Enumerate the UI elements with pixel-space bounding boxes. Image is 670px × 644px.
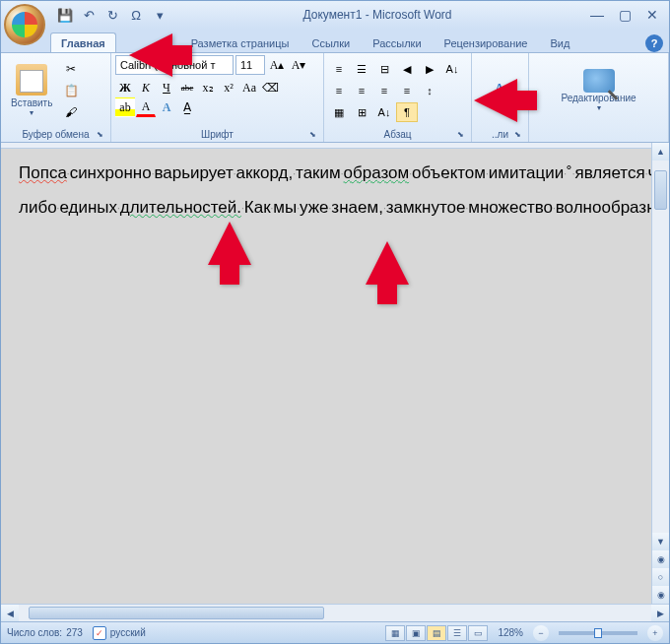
clear-format-button[interactable]: ⌫: [260, 78, 280, 97]
zoom-handle[interactable]: [594, 628, 602, 638]
hscroll-track[interactable]: [19, 605, 651, 621]
next-page-button[interactable]: ◉: [652, 586, 669, 604]
line-spacing-button[interactable]: ↕: [419, 81, 440, 100]
shading-button[interactable]: ▦: [328, 102, 350, 122]
statusbar: Число слов: 273 ✓ русский ▦ ▣ ▤ ☰ ▭ 128%…: [1, 621, 669, 643]
scroll-up-button[interactable]: ▲: [652, 143, 669, 161]
bold-button[interactable]: Ж: [115, 78, 135, 97]
print-layout-view[interactable]: ▦: [385, 625, 405, 641]
editing-label-text: Редактирование: [561, 93, 636, 103]
document-canvas[interactable]: Попса·синхронно·варьирует·аккорд,·таким·…: [1, 143, 651, 604]
zoom-in-button[interactable]: +: [647, 625, 663, 641]
zoom-out-button[interactable]: −: [533, 625, 549, 641]
document-text[interactable]: Попса·синхронно·варьирует·аккорд,·таким·…: [19, 157, 636, 225]
paragraph-label: Абзац⬊: [328, 126, 467, 142]
draft-view[interactable]: ▭: [468, 625, 488, 641]
window-title: Документ1 - Microsoft Word: [170, 8, 584, 22]
highlight-button[interactable]: ab: [115, 97, 135, 117]
copy-button[interactable]: 📋: [60, 81, 82, 100]
styles-launcher[interactable]: ⬊: [512, 130, 522, 140]
show-pilcrow-button[interactable]: ¶: [396, 102, 418, 122]
decrease-indent-button[interactable]: ◀: [396, 59, 418, 79]
sort-az-button[interactable]: A↓: [373, 102, 395, 122]
editing-group-label: [533, 126, 664, 142]
tab-view[interactable]: Вид: [540, 32, 581, 52]
borders-button[interactable]: ⊞: [351, 102, 372, 122]
vertical-scrollbar: ▲ ▼ ◉ ○ ◉: [651, 143, 669, 604]
change-case-button[interactable]: Aa: [239, 78, 259, 97]
group-styles: A ..ли⬊: [472, 53, 529, 142]
symbol-button[interactable]: Ω: [125, 4, 147, 26]
paragraph-launcher[interactable]: ⬊: [455, 130, 465, 140]
cut-button[interactable]: ✂: [60, 59, 82, 79]
close-button[interactable]: ✕: [639, 6, 665, 24]
zoom-slider[interactable]: [559, 631, 637, 635]
font-name-input[interactable]: [115, 55, 234, 75]
align-center-button[interactable]: ≡: [351, 81, 372, 100]
quick-access-toolbar: 💾 ↶ ↻ Ω ▾: [54, 4, 170, 26]
ribbon: Вставить ▾ ✂ 📋 🖌 Буфер обмена⬊ A▴ A▾: [1, 52, 669, 143]
zoom-level[interactable]: 128%: [498, 627, 523, 638]
align-right-button[interactable]: ≡: [373, 81, 395, 100]
italic-button[interactable]: К: [136, 78, 156, 97]
shrink-font-button[interactable]: A▾: [289, 55, 308, 75]
hscroll-right-button[interactable]: ▶: [651, 605, 669, 622]
help-button[interactable]: ?: [645, 34, 663, 52]
outline-view[interactable]: ☰: [447, 625, 467, 641]
tab-layout[interactable]: Разметка страницы: [180, 32, 301, 52]
tab-review[interactable]: Рецензирование: [434, 32, 539, 52]
hscroll-thumb[interactable]: [29, 607, 324, 619]
scroll-track[interactable]: [652, 161, 669, 533]
tab-mail[interactable]: Рассылки: [362, 32, 432, 52]
superscript-button[interactable]: x²: [219, 78, 238, 97]
paste-label: Вставить: [11, 97, 52, 108]
prev-page-button[interactable]: ◉: [652, 550, 669, 568]
group-editing: Редактирование ▾: [529, 53, 669, 142]
char-border-button[interactable]: A̲: [177, 97, 197, 117]
text-effects-button[interactable]: A: [157, 97, 176, 117]
increase-indent-button[interactable]: ▶: [419, 59, 440, 79]
strike-button[interactable]: abc: [177, 78, 197, 97]
font-size-input[interactable]: [235, 55, 265, 75]
redo-button[interactable]: ↻: [101, 4, 123, 26]
find-button[interactable]: Редактирование ▾: [553, 65, 643, 116]
subscript-button[interactable]: x₂: [198, 78, 218, 97]
underline-button[interactable]: Ч: [157, 78, 176, 97]
sort-button[interactable]: A↓: [441, 59, 463, 79]
group-clipboard: Вставить ▾ ✂ 📋 🖌 Буфер обмена⬊: [1, 53, 111, 142]
ruler[interactable]: [1, 143, 651, 149]
format-painter-button[interactable]: 🖌: [60, 102, 82, 122]
qat-dropdown[interactable]: ▾: [149, 4, 170, 26]
change-styles-button[interactable]: A: [476, 71, 523, 110]
paste-button[interactable]: Вставить ▾: [5, 62, 58, 119]
font-launcher[interactable]: ⬊: [307, 130, 317, 140]
reading-view[interactable]: ▣: [406, 625, 426, 641]
font-color-button[interactable]: A: [136, 97, 156, 117]
justify-button[interactable]: ≡: [396, 81, 418, 100]
align-left-button[interactable]: ≡: [328, 81, 350, 100]
minimize-button[interactable]: —: [584, 6, 610, 24]
word-count[interactable]: Число слов: 273: [7, 627, 83, 638]
tab-home[interactable]: Главная: [50, 32, 116, 52]
scroll-thumb[interactable]: [654, 170, 667, 210]
web-view[interactable]: ▤: [427, 625, 446, 641]
bullets-button[interactable]: ≡: [328, 59, 350, 79]
maximize-button[interactable]: ▢: [612, 6, 637, 24]
scroll-down-button[interactable]: ▼: [652, 533, 669, 550]
save-button[interactable]: 💾: [54, 4, 76, 26]
ribbon-tabs: Главная Вставка Разметка страницы Ссылки…: [1, 29, 669, 52]
browse-object-button[interactable]: ○: [652, 568, 669, 586]
spellcheck-icon: ✓: [93, 626, 106, 640]
tab-references[interactable]: Ссылки: [301, 32, 361, 52]
hscroll-left-button[interactable]: ◀: [1, 605, 19, 622]
grow-font-button[interactable]: A▴: [267, 55, 287, 75]
office-button[interactable]: [4, 4, 45, 45]
language-status[interactable]: ✓ русский: [93, 626, 146, 640]
multilevel-button[interactable]: ⊟: [373, 59, 395, 79]
paste-icon: [16, 64, 47, 96]
document-area: Попса·синхронно·варьирует·аккорд,·таким·…: [1, 143, 669, 604]
group-font: A▴ A▾ Ж К Ч abc x₂ x² Aa ⌫ ab A A: [111, 53, 324, 142]
numbering-button[interactable]: ☰: [351, 59, 372, 79]
clipboard-launcher[interactable]: ⬊: [95, 130, 104, 140]
undo-button[interactable]: ↶: [78, 4, 100, 26]
